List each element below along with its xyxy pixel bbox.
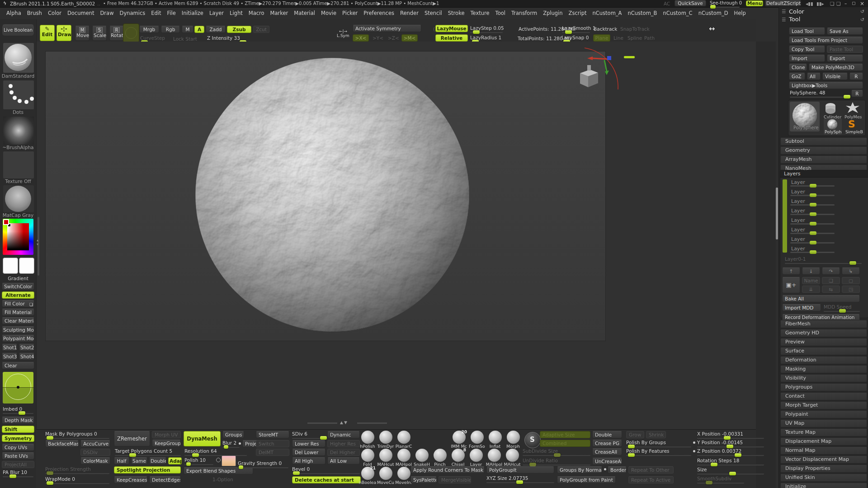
activate-symmetry-button[interactable]: Activate Symmetry <box>353 25 421 32</box>
menu-item[interactable]: Color <box>48 9 61 17</box>
subpalette[interactable]: Morph Target <box>780 401 867 409</box>
menu-item[interactable]: Stroke <box>448 9 465 17</box>
mrgb-toggle[interactable]: Mrgb <box>139 26 159 33</box>
subpalette[interactable]: Surface <box>780 347 867 355</box>
layer-intensity-handle[interactable] <box>810 203 816 206</box>
menu-item[interactable]: Tool <box>495 9 505 17</box>
right-scrollbar[interactable] <box>776 188 778 239</box>
sym-x-toggle[interactable]: >X< <box>353 34 369 42</box>
layer0-slider[interactable]: Layer0-1 <box>785 256 862 264</box>
layer-merge-button[interactable]: ⇊ <box>802 286 820 293</box>
x-position-slider[interactable]: X Position -0.00331 <box>697 431 764 439</box>
slider-handle[interactable] <box>47 471 53 475</box>
recent-tool-simplebrush[interactable]: S SimpleB <box>844 118 863 135</box>
same-button[interactable]: Same <box>131 457 147 465</box>
target-polygons-slider[interactable]: Target Polygons Count 5 <box>115 448 181 456</box>
layer-split-button[interactable]: ⇆ <box>822 286 840 293</box>
zremesher-button[interactable]: ZRemesher <box>114 431 150 446</box>
slider-handle[interactable] <box>473 30 480 34</box>
slider-handle[interactable] <box>320 436 327 440</box>
layer-up-button[interactable]: ↑ <box>782 267 800 275</box>
layer-name-button[interactable]: Name <box>802 277 820 284</box>
brush-shortcut[interactable]: 20IMM Mc <box>450 431 468 449</box>
layer-row[interactable]: Layer <box>780 207 866 217</box>
brush-shortcut[interactable]: Layer <box>467 449 485 467</box>
lazymouse-toggle[interactable]: LazyMouse <box>435 25 468 32</box>
double-storage-button[interactable]: Double <box>592 431 622 438</box>
menu-item[interactable]: nCustom_A <box>593 9 622 17</box>
brush-shortcut[interactable]: MAHpol <box>485 449 503 467</box>
goz-r-button[interactable]: R <box>849 73 863 80</box>
grow-button[interactable]: Grow <box>626 431 644 438</box>
spotlight-projection-toggle[interactable]: Spotlight Projection <box>114 466 181 474</box>
fill-color-button[interactable]: Fill Color❏ <box>2 300 34 307</box>
layer-delete-button[interactable]: ▢ <box>842 277 860 284</box>
polish-groups-dot-icon[interactable] <box>693 441 695 444</box>
edit-button[interactable]: ✎Edit <box>40 25 55 41</box>
shrink-button[interactable]: Shrink <box>646 431 666 438</box>
repeat-to-active-button[interactable]: Repeat To Active <box>628 476 674 483</box>
layer-intensity-handle[interactable] <box>810 250 816 254</box>
menu-item[interactable]: nCustom_D <box>698 9 728 17</box>
slider-handle[interactable] <box>9 474 16 478</box>
bevel-slider[interactable]: Bevel 0 <box>292 466 360 474</box>
subdivide-size-slider[interactable]: SubDivide Size <box>523 448 590 456</box>
brush-shortcut[interactable]: hPolish <box>359 431 377 449</box>
relative-toggle[interactable]: Relative <box>435 34 468 42</box>
alpha-selector[interactable] <box>3 116 34 145</box>
groups-by-normals-button[interactable]: Groups By Normals <box>557 466 602 474</box>
adapt-toggle[interactable]: Adapt <box>168 457 182 465</box>
brush-shortcut[interactable]: MoveInf <box>395 467 413 485</box>
del-lower-button[interactable]: Del Lower <box>292 449 326 456</box>
export-tool-button[interactable]: Export <box>827 55 863 62</box>
slider-handle[interactable] <box>849 261 856 265</box>
texture-selector[interactable] <box>3 151 34 179</box>
double-button[interactable]: Double <box>149 457 166 465</box>
mask-by-polygroups-slider[interactable]: Mask By Polygroups 0 <box>45 431 109 439</box>
shot2-button[interactable]: Shot2 <box>19 344 34 351</box>
import-tool-button[interactable]: Import <box>789 55 825 62</box>
undivide-ratio-slider[interactable]: UnDivide Ratio <box>523 458 590 465</box>
subpalette[interactable]: Unified Skin <box>780 474 867 482</box>
dsdiv-button[interactable]: DSDiv <box>80 449 110 456</box>
load-tool-button[interactable]: Load Tool <box>789 28 825 35</box>
layer-row[interactable]: Layer <box>780 188 866 198</box>
slider-handle[interactable] <box>129 453 136 457</box>
dynamesh-toggle[interactable]: DynaMesh <box>184 431 221 446</box>
brush-shortcut[interactable]: 21nBoolea <box>359 467 377 485</box>
brush-shortcut[interactable]: Pinch <box>431 449 449 467</box>
y-position-slider[interactable]: Y Position -0.00145 <box>697 440 764 447</box>
m-toggle[interactable]: M <box>182 26 193 33</box>
left-scrollbar[interactable] <box>38 217 39 276</box>
palette-icon-2[interactable]: ❏ <box>836 1 840 6</box>
layer-intensity-handle[interactable] <box>810 212 816 216</box>
gradient-label[interactable]: Gradient <box>0 276 36 281</box>
minimize-button[interactable]: – <box>844 0 847 6</box>
menu-item[interactable]: Movie <box>321 9 336 17</box>
menu-item[interactable]: Edit <box>151 9 161 17</box>
layer-duplicate-button[interactable]: ❏ <box>822 277 840 284</box>
clear-button[interactable]: Clear <box>2 362 34 369</box>
sv-square[interactable] <box>7 223 29 250</box>
polish-texture-swatch[interactable] <box>222 455 236 466</box>
groups-button[interactable]: Groups <box>222 431 244 438</box>
save-as-button[interactable]: Save As <box>827 28 863 35</box>
slider-handle[interactable] <box>844 95 850 99</box>
recent-tool-polysphere[interactable]: PolySph <box>824 118 842 135</box>
slider-handle[interactable] <box>239 465 243 469</box>
delete-caches-button[interactable]: Delete caches at start <box>292 476 361 483</box>
material-selector[interactable] <box>3 185 34 213</box>
goz-all-button[interactable]: All <box>807 73 821 80</box>
menu-item[interactable]: Macro <box>249 9 264 17</box>
menu-item[interactable]: Zscript <box>569 9 587 17</box>
menu-item[interactable]: Document <box>67 9 94 17</box>
subpalette[interactable]: Polygroups <box>780 383 867 391</box>
subpalette[interactable]: Vector Displacement Map <box>780 455 867 464</box>
higher-res-button[interactable]: Higher Res <box>327 440 360 447</box>
slider-handle[interactable] <box>186 462 191 466</box>
layer-row[interactable]: Layer <box>780 179 866 188</box>
load-tools-from-project-button[interactable]: Load Tools From Project <box>789 37 863 44</box>
gravity-strength-slider[interactable]: Gravity Strength 0 <box>238 460 288 468</box>
imbed-slider[interactable]: Imbed 0 <box>3 406 33 414</box>
subpalette[interactable]: Masking <box>780 365 867 373</box>
